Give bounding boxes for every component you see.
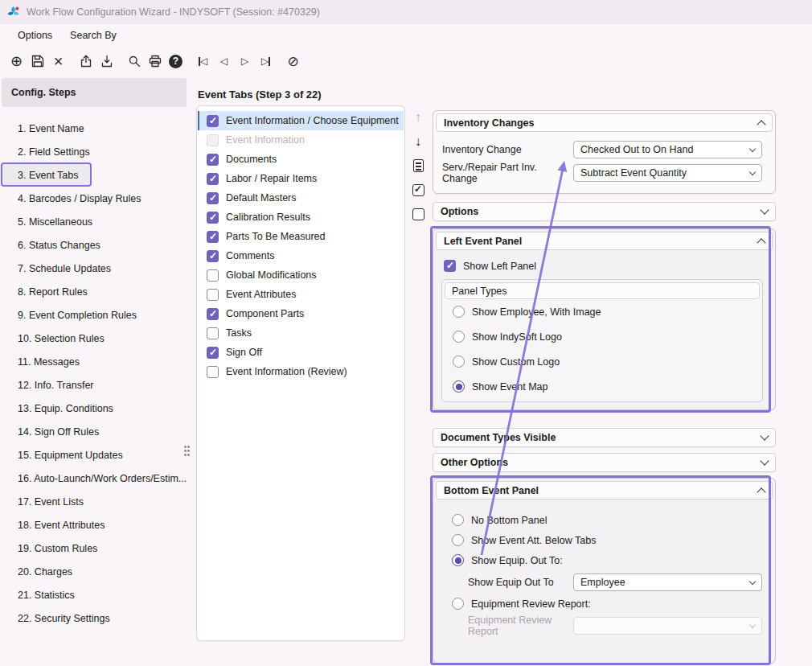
- chevron-up-icon[interactable]: [757, 487, 765, 496]
- options-section-header[interactable]: Options: [433, 202, 776, 221]
- chevron-down-icon[interactable]: [760, 205, 769, 214]
- panel-type-option[interactable]: Show IndySoft Logo: [445, 324, 760, 349]
- bottom-panel-option[interactable]: Show Event Att. Below Tabs: [436, 530, 773, 550]
- panel-type-option[interactable]: Show Employee, With Image: [445, 299, 760, 324]
- uncheck-all-button[interactable]: [410, 206, 426, 222]
- event-tab-row[interactable]: Event Information (Review): [198, 362, 404, 381]
- bottom-panel-option[interactable]: Equipment Review Report:: [436, 594, 773, 614]
- sidebar-item-event-completion-rules[interactable]: 9. Event Completion Rules: [0, 303, 190, 327]
- event-tab-row[interactable]: Component Parts: [198, 304, 404, 323]
- panel-type-option[interactable]: Show Custom Logo: [445, 349, 760, 374]
- splitter-handle[interactable]: [184, 446, 187, 448]
- serv-repair-part-inv-change-select[interactable]: Subtract Event Quantity: [573, 164, 762, 182]
- previous-record-button[interactable]: [214, 51, 234, 72]
- sidebar-item-statistics[interactable]: 21. Statistics: [0, 583, 190, 606]
- bottom-panel-option[interactable]: No Bottom Panel: [436, 510, 773, 530]
- last-record-button[interactable]: [256, 51, 276, 72]
- sidebar-item-equip-conditions[interactable]: 13. Equip. Conditions: [0, 397, 190, 420]
- search-button[interactable]: [124, 51, 144, 72]
- sidebar-item-equipment-updates[interactable]: 15. Equipment Updates: [0, 443, 190, 467]
- sidebar-item-info-transfer[interactable]: 12. Info. Transfer: [0, 373, 190, 397]
- add-button[interactable]: [6, 51, 27, 72]
- inventory-change-select[interactable]: Checked Out to On Hand: [573, 141, 762, 158]
- help-button[interactable]: [166, 51, 186, 72]
- document-types-visible-section-header[interactable]: Document Types Visible: [433, 428, 776, 447]
- checkbox-unchecked-icon[interactable]: [207, 327, 219, 339]
- chevron-down-icon[interactable]: [760, 431, 769, 440]
- panel-type-option[interactable]: Show Event Map: [445, 374, 760, 399]
- left-event-panel-header[interactable]: Left Event Panel: [436, 232, 773, 250]
- sidebar-item-security-settings[interactable]: 22. Security Settings: [0, 606, 190, 630]
- checkbox-checked-icon[interactable]: [207, 173, 219, 185]
- sidebar-item-custom-rules[interactable]: 19. Custom Rules: [0, 536, 190, 560]
- event-tab-row[interactable]: Event Information / Choose Equipment: [198, 111, 404, 130]
- sidebar-item-event-tabs[interactable]: 3. Event Tabs: [0, 163, 90, 187]
- radio-selected-icon[interactable]: [452, 554, 464, 566]
- move-down-button[interactable]: [410, 134, 426, 150]
- checkbox-checked-icon[interactable]: [207, 192, 219, 204]
- chevron-up-icon[interactable]: [757, 120, 765, 129]
- checkbox-checked-icon[interactable]: [207, 154, 219, 166]
- checkbox-checked-icon[interactable]: [207, 347, 219, 359]
- event-tab-row[interactable]: Event Information: [198, 130, 404, 150]
- event-tab-row[interactable]: Calibration Results: [198, 208, 404, 227]
- checkbox-checked-icon[interactable]: [207, 115, 219, 127]
- bottom-panel-option[interactable]: Show Equip. Out To:: [436, 550, 773, 570]
- sidebar-item-event-attributes[interactable]: 18. Event Attributes: [0, 513, 190, 536]
- checkbox-checked-icon[interactable]: [207, 231, 219, 243]
- sidebar-item-report-rules[interactable]: 8. Report Rules: [0, 280, 190, 303]
- radio-unselected-icon[interactable]: [452, 534, 464, 546]
- show-equip-out-to-select[interactable]: Employee: [573, 574, 762, 591]
- event-tab-row[interactable]: Tasks: [198, 323, 404, 343]
- event-tab-row[interactable]: Default Masters: [198, 188, 404, 208]
- sidebar-item-sign-off-rules[interactable]: 14. Sign Off Rules: [0, 420, 190, 443]
- bottom-event-panel-header[interactable]: Bottom Event Panel: [436, 481, 773, 500]
- sidebar-item-charges[interactable]: 20. Charges: [0, 560, 190, 583]
- chevron-up-icon[interactable]: [757, 238, 765, 247]
- menu-options[interactable]: Options: [18, 30, 52, 41]
- cancel-button[interactable]: [283, 51, 303, 72]
- check-all-button[interactable]: [410, 182, 426, 198]
- event-tab-row[interactable]: Comments: [198, 246, 404, 265]
- radio-unselected-icon[interactable]: [453, 356, 465, 368]
- other-options-section-header[interactable]: Other Options: [433, 453, 776, 472]
- event-tab-row[interactable]: Labor / Repair Items: [198, 169, 404, 188]
- sidebar-item-field-settings[interactable]: 2. Field Settings: [0, 140, 190, 163]
- checkbox-checked-icon[interactable]: [207, 308, 219, 320]
- radio-unselected-icon[interactable]: [452, 598, 464, 610]
- sidebar-item-selection-rules[interactable]: 10. Selection Rules: [0, 327, 190, 350]
- radio-unselected-icon[interactable]: [453, 306, 465, 318]
- event-tab-row[interactable]: Global Modifications: [198, 265, 404, 285]
- sidebar-item-schedule-updates[interactable]: 7. Schedule Updates: [0, 257, 190, 280]
- chevron-down-icon[interactable]: [760, 456, 769, 465]
- radio-unselected-icon[interactable]: [453, 331, 465, 343]
- delete-button[interactable]: [48, 51, 68, 72]
- sidebar-item-messages[interactable]: 11. Messages: [0, 350, 190, 373]
- event-tab-row[interactable]: Parts To Be Measured: [198, 227, 404, 246]
- export-button[interactable]: [76, 51, 96, 72]
- sidebar-item-auto-launch[interactable]: 16. Auto-Launch/Work Orders/Estim...: [0, 467, 190, 490]
- show-left-panel-row[interactable]: Show Left Panel: [444, 260, 773, 272]
- radio-unselected-icon[interactable]: [452, 514, 464, 526]
- radio-selected-icon[interactable]: [453, 380, 465, 393]
- checkbox-unchecked-icon[interactable]: [207, 269, 219, 282]
- event-tab-row[interactable]: Documents: [198, 150, 404, 169]
- checkbox-unchecked-icon[interactable]: [207, 366, 219, 378]
- first-record-button[interactable]: [193, 51, 213, 72]
- details-button[interactable]: [410, 158, 426, 174]
- menu-search-by[interactable]: Search By: [70, 30, 117, 41]
- checkbox-checked-icon[interactable]: [207, 250, 219, 262]
- sidebar-item-event-name[interactable]: 1. Event Name: [0, 117, 190, 140]
- next-record-button[interactable]: [235, 51, 255, 72]
- print-button[interactable]: [145, 51, 165, 72]
- event-tab-row[interactable]: Sign Off: [198, 343, 404, 362]
- sidebar-item-status-changes[interactable]: 6. Status Changes: [0, 233, 190, 257]
- checkbox-checked-icon[interactable]: [207, 212, 219, 224]
- import-button[interactable]: [96, 51, 117, 72]
- sidebar-item-event-lists[interactable]: 17. Event Lists: [0, 490, 190, 513]
- sidebar-item-barcodes-display-rules[interactable]: 4. Barcodes / Display Rules: [0, 187, 190, 210]
- move-up-button[interactable]: [410, 109, 426, 125]
- checkbox-checked-icon[interactable]: [444, 260, 456, 272]
- event-tab-row[interactable]: Event Attributes: [198, 285, 404, 304]
- checkbox-unchecked-icon[interactable]: [207, 289, 219, 301]
